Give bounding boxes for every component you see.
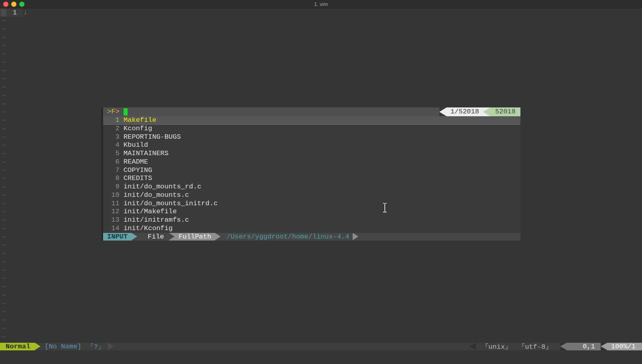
file-row-name: Kconfig	[124, 125, 152, 132]
separator-left-icon	[601, 343, 607, 350]
tilde: ~	[2, 242, 6, 250]
tilde: ~	[2, 225, 6, 234]
tilde: ~	[2, 283, 6, 292]
separator-left-icon	[560, 343, 567, 350]
file-row-name: init/Makefile	[124, 208, 177, 215]
file-row-name: CREDITS	[124, 174, 152, 182]
file-row-number: 7	[107, 166, 120, 175]
file-row-name: init/initramfs.c	[124, 216, 189, 224]
tilde: ~	[2, 208, 6, 217]
file-row[interactable]: 2Kconfig	[103, 125, 520, 133]
tilde: ~	[2, 234, 6, 242]
tilde: ~	[2, 159, 6, 167]
tilde: ~	[2, 134, 6, 142]
file-row[interactable]: 10init/do_mounts.c	[103, 191, 520, 200]
tilde: ~	[2, 84, 6, 92]
tilde: ~	[2, 150, 6, 159]
close-button[interactable]	[3, 2, 8, 7]
filetype-indicator: 『?』	[87, 342, 105, 351]
file-row-name: REPORTING-BUGS	[124, 133, 181, 141]
separator-right-icon	[169, 233, 175, 241]
minimize-button[interactable]	[11, 2, 16, 7]
tilde: ~	[2, 308, 6, 317]
tilde: ~	[2, 334, 6, 342]
tilde: ~	[2, 109, 6, 117]
tilde: ~	[2, 142, 6, 150]
cursor-position: 0,1	[567, 343, 601, 350]
tilde: ~	[2, 275, 6, 283]
file-row[interactable]: 12init/Makefile	[103, 208, 520, 216]
buffer-name: [No Name]	[45, 343, 81, 350]
separator-right-icon	[215, 233, 221, 241]
tilde: ~	[2, 300, 6, 309]
file-list: 1Makefile 2Kconfig 3REPORTING-BUGS 4Kbui…	[103, 116, 520, 233]
file-row[interactable]: 7COPYING	[103, 166, 520, 175]
file-row-number: 6	[107, 158, 120, 166]
file-row[interactable]: 11init/do_mounts_initrd.c	[103, 200, 520, 208]
file-row[interactable]: 9init/do_mounts_rd.c	[103, 183, 520, 191]
fold-column-marker	[1, 9, 6, 16]
file-row[interactable]: 4Kbuild	[103, 141, 520, 150]
file-row-number: 12	[107, 208, 120, 216]
file-row-name: init/do_mounts.c	[124, 191, 189, 199]
tilde: ~	[2, 42, 6, 51]
tilde: ~	[2, 317, 6, 325]
separator-right-icon	[108, 343, 114, 350]
matcher-mode: FullPath	[175, 233, 215, 241]
file-row[interactable]: 13init/initramfs.c	[103, 216, 520, 224]
file-row[interactable]: 14init/Kconfig	[103, 224, 520, 233]
input-mode-badge: INPUT	[103, 233, 132, 241]
file-row-name: COPYING	[124, 166, 152, 174]
mode-badge: Normal	[0, 343, 35, 350]
file-row-number: 11	[107, 200, 120, 208]
file-row-number: 3	[107, 133, 120, 142]
separator-left-icon	[469, 343, 476, 350]
traffic-lights	[3, 0, 24, 8]
file-row-number: 1	[107, 116, 120, 125]
separator-left-icon	[439, 107, 447, 116]
text-cursor	[124, 108, 128, 115]
file-row[interactable]: 1Makefile	[103, 116, 520, 125]
file-row-number: 9	[107, 183, 120, 191]
file-row-name: Makefile	[124, 116, 156, 124]
finder-input-line[interactable]: >F> 1/52018 52018	[103, 107, 520, 116]
tilde: ~	[2, 217, 6, 225]
tilde: ~	[2, 75, 6, 84]
finder-statusline: INPUT File FullPath /Users/yggdroot/home…	[103, 233, 520, 241]
finder-category: File	[143, 233, 169, 241]
tilde: ~	[2, 250, 6, 259]
tilde: ~	[2, 184, 6, 192]
vim-statusline: Normal [No Name] 『?』 『unix』 『utf-8』 0,1 …	[0, 343, 642, 350]
scroll-percentage: 100%/1	[607, 343, 642, 350]
window-titlebar: 1. vim	[0, 0, 642, 8]
tilde: ~	[2, 325, 6, 334]
mouse-ibeam-cursor	[382, 202, 387, 213]
file-row-number: 2	[107, 125, 120, 133]
wrap-arrow-icon: ↓	[23, 8, 27, 17]
tilde: ~	[2, 59, 6, 67]
file-row-name: init/Kconfig	[124, 224, 173, 232]
file-row[interactable]: 6README	[103, 158, 520, 166]
tilde: ~	[2, 92, 6, 101]
tilde: ~	[2, 192, 6, 200]
file-row[interactable]: 8CREDITS	[103, 174, 520, 183]
file-row-name: README	[124, 158, 148, 166]
tilde: ~	[2, 292, 6, 300]
zoom-button[interactable]	[19, 2, 24, 7]
tilde: ~	[2, 167, 6, 176]
separator-right-icon	[353, 233, 358, 241]
working-directory-path: /Users/yggdroot/home/linux-4.4	[223, 233, 352, 241]
separator-right-icon	[35, 343, 41, 350]
file-row-number: 8	[107, 174, 120, 183]
tilde: ~	[2, 51, 6, 59]
tilde: ~	[2, 34, 6, 42]
tilde: ~	[2, 67, 6, 76]
file-row[interactable]: 5MAINTAINERS	[103, 150, 520, 158]
file-row-number: 10	[107, 191, 120, 200]
file-row[interactable]: 3REPORTING-BUGS	[103, 133, 520, 142]
file-row-number: 14	[107, 224, 120, 233]
tilde: ~	[2, 125, 6, 134]
tilde: ~	[2, 17, 6, 26]
file-row-name: init/do_mounts_initrd.c	[124, 200, 218, 207]
leaderf-popup: >F> 1/52018 52018 1Makefile 2Kconfig 3RE…	[103, 107, 520, 241]
